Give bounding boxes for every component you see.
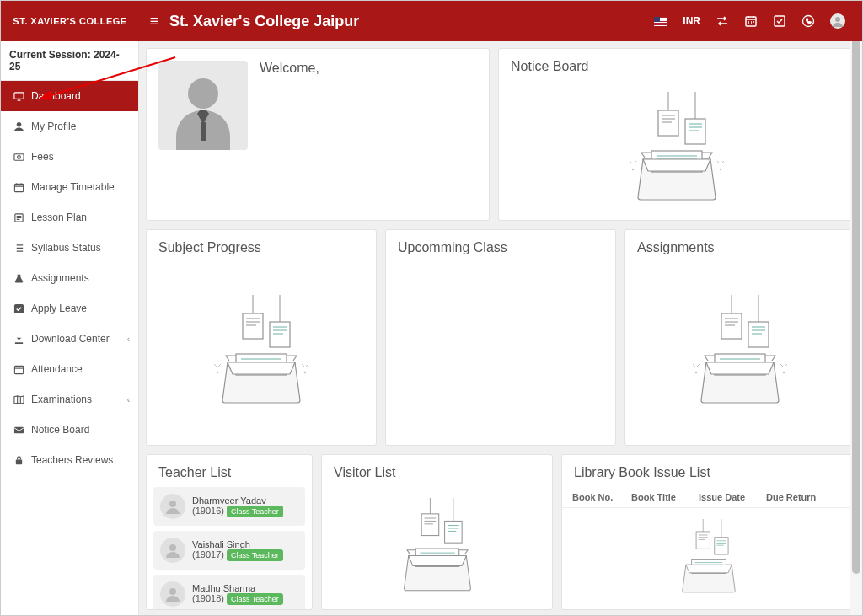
user-avatar-icon[interactable] [830,13,845,29]
visitor-list-card: Visitor List [321,454,553,610]
svg-rect-14 [15,459,21,464]
sidebar-item-attendance[interactable]: Attendance [1,354,138,384]
svg-point-40 [169,588,176,595]
task-icon[interactable] [773,14,786,28]
svg-rect-26 [243,313,263,339]
sidebar-item-label: Download Center [31,333,110,345]
money-icon [13,151,24,163]
svg-rect-13 [13,426,23,432]
card-title: Notice Board [499,49,855,81]
sidebar-item-manage-timetable[interactable]: Manage Timetable [1,172,138,202]
menu-toggle-button[interactable]: ≡ [139,13,169,30]
logo-text: ST. XAVIER'S COLLEGE [1,1,139,41]
role-badge: Class Teacher [227,593,283,605]
empty-folder-icon [658,519,759,599]
svg-point-8 [17,155,20,158]
sidebar-item-assignments[interactable]: Assignments [1,263,138,293]
teacher-row[interactable]: Madhu Sharma (19018) Class Teacher [153,575,305,609]
person-icon [160,538,185,563]
role-badge: Class Teacher [227,506,283,517]
teacher-row[interactable]: Dharmveer Yadav (19016) Class Teacher [153,487,305,526]
chevron-left-icon: ‹ [127,395,130,404]
card-title: Upcomming Class [386,230,615,262]
sidebar-item-lesson-plan[interactable]: Lesson Plan [1,202,138,233]
svg-point-38 [169,501,176,507]
user-icon [13,121,24,132]
transfer-icon[interactable] [716,14,729,28]
svg-rect-7 [13,153,23,159]
svg-rect-49 [714,537,727,554]
teacher-id: (19016) [192,506,224,516]
calendar-icon [13,363,24,375]
sidebar-item-label: Manage Timetable [31,181,115,193]
svg-rect-34 [748,322,769,347]
empty-folder-icon [378,498,496,599]
upcoming-class-card: Upcomming Class [385,229,616,446]
sidebar-item-apply-leave[interactable]: Apply Leave [1,293,138,324]
sidebar-item-syllabus-status[interactable]: Syllabus Status [1,233,138,263]
envelope-icon [13,424,24,436]
table-header-row: Book No. Book Title Issue Date Due Retur… [562,487,855,508]
svg-point-23 [720,168,721,169]
sidebar-item-label: My Profile [31,121,76,132]
sidebar-item-my-profile[interactable]: My Profile [1,111,138,142]
user-avatar [158,61,248,150]
svg-rect-5 [13,92,23,98]
library-card: Library Book Issue List Book No. Book Ti… [561,454,855,610]
svg-point-6 [16,121,21,126]
notice-board-card: Notice Board [498,48,855,221]
whatsapp-icon[interactable] [801,14,815,28]
empty-state [322,487,552,609]
sidebar-item-label: Teachers Reviews [31,454,113,466]
currency-selector[interactable]: INR [683,15,700,27]
svg-rect-16 [201,122,206,141]
session-label: Current Session: 2024-25 [1,41,138,81]
empty-folder-icon [194,295,329,413]
svg-rect-12 [14,366,23,373]
calendar-icon[interactable] [744,14,758,28]
page-title: St. Xavier's College Jaipur [169,13,654,30]
card-title: Library Book Issue List [562,455,855,487]
svg-point-15 [188,78,218,109]
sidebar-item-label: Examinations [31,394,92,405]
svg-point-37 [783,371,785,372]
svg-point-22 [632,168,634,169]
card-title: Subject Progress [147,230,376,262]
sidebar-item-label: Fees [31,151,54,163]
teacher-id: (19018) [192,593,224,603]
role-badge: Class Teacher [227,549,283,561]
empty-state [499,81,855,220]
sidebar-item-notice-board[interactable]: Notice Board [1,415,138,445]
header-actions: INR [654,13,862,29]
table-header: Issue Date [699,492,766,502]
table-header: Book No. [572,492,631,502]
empty-folder-icon [609,92,744,210]
card-title: Visitor List [322,455,552,487]
person-icon [160,494,185,519]
svg-point-39 [169,544,176,551]
empty-state [562,508,855,609]
sidebar-item-label: Notice Board [31,424,89,436]
subject-progress-card: Subject Progress [146,229,377,446]
svg-rect-19 [658,110,678,136]
vertical-scrollbar[interactable] [850,1,862,615]
calendar-icon [13,181,24,193]
check-icon [13,303,24,314]
language-flag-icon[interactable] [654,17,667,26]
sidebar-item-dashboard[interactable]: Dashboard [1,81,138,111]
teacher-name: Dharmveer Yadav [192,495,283,506]
sidebar-item-download-center[interactable]: Download Center ‹ [1,324,138,354]
svg-rect-20 [685,119,705,144]
sidebar-item-teachers-reviews[interactable]: Teachers Reviews [1,445,138,475]
sidebar-item-label: Apply Leave [31,303,87,314]
sidebar-item-examinations[interactable]: Examinations ‹ [1,384,138,415]
teacher-row[interactable]: Vaishali Singh (19017) Class Teacher [153,531,305,570]
teacher-id: (19017) [192,549,224,560]
teacher-name: Vaishali Singh [192,539,283,549]
assignments-card: Assignments [624,229,855,446]
person-icon [160,581,185,607]
sidebar-item-label: Dashboard [31,90,81,102]
empty-state [625,262,855,445]
sidebar-item-label: Syllabus Status [31,242,101,254]
sidebar-item-fees[interactable]: Fees [1,142,138,172]
